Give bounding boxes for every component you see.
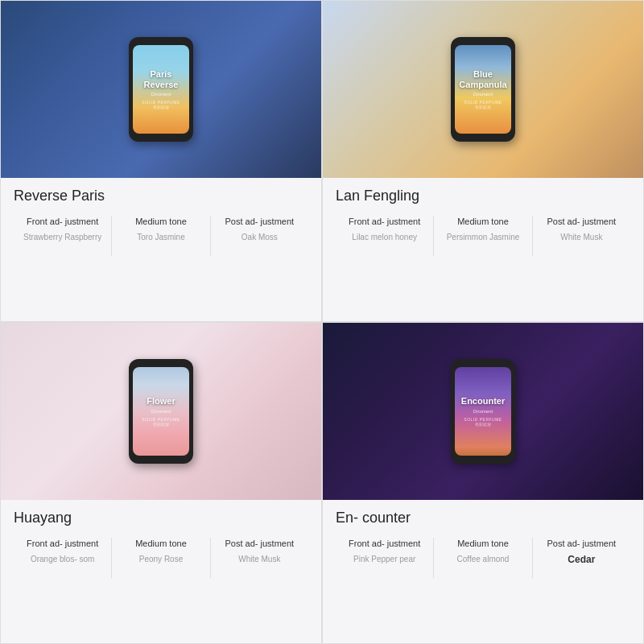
perfume-box: Blue CampanulaDiromentSOLID PERFUME色彩綻放 [451, 37, 515, 142]
perfume-subtitle: Diroment [151, 92, 171, 97]
perfume-screen: Blue CampanulaDiromentSOLID PERFUME色彩綻放 [455, 45, 511, 134]
note-value: White Musk [560, 232, 602, 242]
note-value: Persimmon Jasmine [447, 232, 520, 242]
chinese-label: 色彩綻放 [153, 105, 169, 109]
card-encounter: EncounterDiromentSOLID PERFUME色彩綻放En- co… [322, 322, 644, 644]
note-header: Medium tone [457, 538, 509, 549]
perfume-name: Blue Campanula [455, 69, 511, 90]
note-value: Toro Jasmine [137, 232, 184, 242]
note-value: Orange blos- som [31, 554, 94, 564]
note-header: Medium tone [135, 538, 187, 549]
note-col-2: Post ad- justmentOak Moss [211, 216, 308, 242]
perfume-name: Encounter [461, 396, 505, 407]
card-lan-fengling: Blue CampanulaDiromentSOLID PERFUME色彩綻放L… [322, 0, 644, 322]
note-header: Post ad- justment [547, 216, 617, 227]
note-value: White Musk [238, 554, 280, 564]
note-value: Oak Moss [242, 232, 278, 242]
note-value: Pink Pepper pear [353, 554, 415, 564]
card-title: Huayang [14, 510, 308, 526]
perfume-name: Paris Reverse [133, 69, 189, 90]
note-col-1: Medium tonePeony Rose [112, 538, 209, 564]
notes-grid: Front ad- justmentLilac melon honeyMediu… [336, 216, 630, 256]
card-body: En- counterFront ad- justmentPink Pepper… [323, 500, 643, 643]
card-body: HuayangFront ad- justmentOrange blos- so… [1, 500, 321, 643]
perfume-screen: EncounterDiromentSOLID PERFUME色彩綻放 [455, 367, 511, 456]
card-image: Paris ReverseDiromentSOLID PERFUME色彩綻放 [1, 1, 321, 178]
card-title: Lan Fengling [336, 188, 630, 204]
card-huayang: FlowerDiromentSOLID PERFUME色彩綻放HuayangFr… [0, 322, 322, 644]
card-body: Lan FenglingFront ad- justmentLilac melo… [323, 178, 643, 321]
note-header: Front ad- justment [27, 216, 98, 227]
note-value: Lilac melon honey [352, 232, 417, 242]
note-header: Front ad- justment [27, 538, 98, 549]
note-col-2: Post ad- justmentWhite Musk [533, 216, 630, 242]
note-header: Medium tone [135, 216, 187, 227]
card-image: Blue CampanulaDiromentSOLID PERFUME色彩綻放 [323, 1, 643, 178]
card-body: Reverse ParisFront ad- justmentStrawberr… [1, 178, 321, 321]
perfume-subtitle: Diroment [473, 92, 493, 97]
note-col-0: Front ad- justmentPink Pepper pear [336, 538, 433, 564]
card-image: EncounterDiromentSOLID PERFUME色彩綻放 [323, 323, 643, 500]
perfume-screen: Paris ReverseDiromentSOLID PERFUME色彩綻放 [133, 45, 189, 134]
note-header: Post ad- justment [225, 216, 295, 227]
perfume-box: EncounterDiromentSOLID PERFUME色彩綻放 [451, 359, 515, 464]
note-value: Peony Rose [139, 554, 183, 564]
perfume-box: Paris ReverseDiromentSOLID PERFUME色彩綻放 [129, 37, 193, 142]
note-header: Medium tone [457, 216, 509, 227]
perfume-subtitle: Diroment [473, 409, 493, 414]
perfume-subtitle: Diroment [151, 409, 171, 414]
card-reverse-paris: Paris ReverseDiromentSOLID PERFUME色彩綻放Re… [0, 0, 322, 322]
perfume-name: Flower [147, 396, 175, 407]
chinese-label: 色彩綻放 [153, 422, 169, 427]
note-header: Post ad- justment [225, 538, 295, 549]
note-col-0: Front ad- justmentStrawberry Raspberry [14, 216, 111, 242]
perfume-box: FlowerDiromentSOLID PERFUME色彩綻放 [129, 359, 193, 464]
note-col-0: Front ad- justmentLilac melon honey [336, 216, 433, 242]
card-title: En- counter [336, 510, 630, 526]
note-col-2: Post ad- justmentCedar [533, 538, 630, 567]
chinese-label: 色彩綻放 [475, 422, 491, 427]
note-col-1: Medium toneToro Jasmine [112, 216, 209, 242]
card-image: FlowerDiromentSOLID PERFUME色彩綻放 [1, 323, 321, 500]
perfume-screen: FlowerDiromentSOLID PERFUME色彩綻放 [133, 367, 189, 456]
note-value: Strawberry Raspberry [23, 232, 101, 242]
note-header: Front ad- justment [349, 538, 420, 549]
notes-grid: Front ad- justmentPink Pepper pearMedium… [336, 538, 630, 578]
note-value: Coffee almond [457, 554, 510, 564]
chinese-label: 色彩綻放 [475, 105, 491, 109]
note-value: Cedar [568, 554, 595, 567]
notes-grid: Front ad- justmentOrange blos- somMedium… [14, 538, 308, 578]
product-grid: Paris ReverseDiromentSOLID PERFUME色彩綻放Re… [0, 0, 644, 644]
note-header: Front ad- justment [349, 216, 420, 227]
note-col-2: Post ad- justmentWhite Musk [211, 538, 308, 564]
note-col-1: Medium tonePersimmon Jasmine [434, 216, 531, 242]
note-col-0: Front ad- justmentOrange blos- som [14, 538, 111, 564]
note-col-1: Medium toneCoffee almond [434, 538, 531, 564]
note-header: Post ad- justment [547, 538, 617, 549]
notes-grid: Front ad- justmentStrawberry RaspberryMe… [14, 216, 308, 256]
card-title: Reverse Paris [14, 188, 308, 204]
